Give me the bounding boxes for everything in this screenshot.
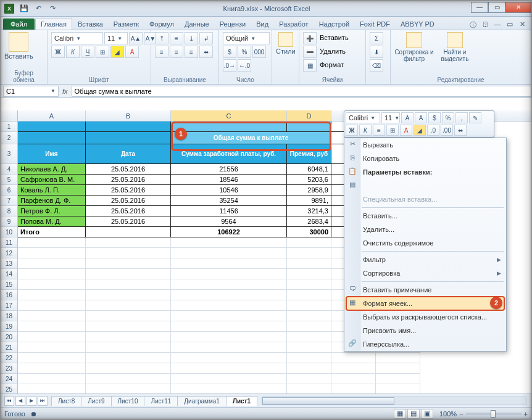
sheet-tab-active[interactable]: Лист1 bbox=[226, 396, 257, 406]
col-C[interactable]: C bbox=[171, 110, 287, 121]
cell-date[interactable]: 25.05.2016 bbox=[86, 175, 171, 185]
mini-format-painter-icon[interactable]: ✎ bbox=[469, 112, 481, 123]
sort-filter-button[interactable]: Сортировка и фильтр bbox=[394, 32, 434, 62]
cell-name[interactable]: Коваль Л. П. bbox=[18, 185, 86, 196]
doc-restore-icon[interactable]: ▭ bbox=[505, 20, 514, 30]
sheet-last-icon[interactable]: ⏭ bbox=[38, 396, 48, 406]
cell-salary[interactable]: 21556 bbox=[171, 164, 287, 175]
wrap-text-icon[interactable]: ↲ bbox=[199, 32, 213, 44]
mini-comma-icon[interactable]: , bbox=[455, 112, 468, 123]
row-head[interactable]: 8 bbox=[1, 206, 18, 216]
tab-addins[interactable]: Надстрой bbox=[314, 19, 354, 30]
zoom-value[interactable]: 100% bbox=[439, 410, 457, 418]
redo-icon[interactable]: ↷ bbox=[46, 2, 59, 15]
format-cells-icon[interactable]: ▦ bbox=[303, 59, 317, 72]
doc-close-icon[interactable]: ✕ bbox=[518, 20, 526, 30]
col-D[interactable]: D bbox=[287, 110, 331, 121]
ctx-cut[interactable]: ✂Вырезать bbox=[344, 138, 506, 152]
row-head[interactable]: 12 bbox=[1, 248, 18, 258]
row-head[interactable]: 4 bbox=[1, 164, 18, 175]
hdr-name[interactable]: Имя bbox=[18, 144, 86, 164]
fill-icon[interactable]: ⬇ bbox=[370, 46, 383, 58]
sheet-tab[interactable]: Лист8 bbox=[51, 396, 81, 406]
view-layout-icon[interactable]: ▤ bbox=[407, 409, 420, 419]
cell-name[interactable]: Николаев А. Д. bbox=[18, 164, 86, 175]
mini-shrink-font-icon[interactable]: A bbox=[415, 112, 427, 123]
tab-developer[interactable]: Разработ bbox=[274, 19, 313, 30]
border-button[interactable]: ⊞ bbox=[96, 46, 109, 58]
underline-button[interactable]: Ч bbox=[81, 46, 94, 58]
row-head[interactable]: 22 bbox=[1, 353, 18, 363]
row-head[interactable]: 1 bbox=[1, 121, 18, 132]
sheet-prev-icon[interactable]: ◀ bbox=[15, 396, 25, 406]
merge-button[interactable]: ⬌ bbox=[199, 46, 213, 58]
grow-font-icon[interactable]: A▲ bbox=[129, 32, 143, 44]
ctx-delete[interactable]: Удалить... bbox=[344, 223, 506, 236]
mini-font-size[interactable]: 11▼ bbox=[381, 112, 400, 123]
mini-dec-decimal-icon[interactable]: .0 bbox=[427, 125, 439, 136]
total-salary[interactable]: 106922 bbox=[171, 227, 287, 237]
cell-bonus[interactable]: 5203,6 bbox=[287, 175, 331, 185]
italic-button[interactable]: К bbox=[66, 46, 80, 58]
row-head[interactable]: 7 bbox=[1, 196, 18, 206]
row-head[interactable]: 23 bbox=[1, 363, 18, 374]
hdr-date[interactable]: Дата bbox=[86, 144, 171, 164]
bold-button[interactable]: Ж bbox=[51, 46, 65, 58]
view-normal-icon[interactable]: ▦ bbox=[394, 409, 406, 419]
ctx-name[interactable]: Присвоить имя... bbox=[344, 324, 506, 337]
insert-cells-icon[interactable]: ➕ bbox=[303, 32, 317, 44]
row-head[interactable]: 10 bbox=[1, 227, 18, 237]
tab-foxit[interactable]: Foxit PDF bbox=[355, 19, 395, 30]
decrease-decimal-icon[interactable]: ←.0 bbox=[238, 59, 251, 72]
cell-name[interactable]: Попова М. Д. bbox=[18, 216, 86, 227]
total-label[interactable]: Итого bbox=[18, 227, 86, 237]
ctx-sort[interactable]: Сортировка▶ bbox=[344, 266, 506, 280]
mini-bold-button[interactable]: Ж bbox=[346, 125, 358, 136]
delete-cells-icon[interactable]: ➖ bbox=[303, 46, 317, 58]
doc-minimize-icon[interactable]: — bbox=[493, 20, 502, 30]
row-head[interactable]: 17 bbox=[1, 300, 18, 311]
cell-bonus[interactable]: 9891, bbox=[287, 196, 331, 206]
number-format-select[interactable]: Общий▼ bbox=[223, 32, 270, 44]
cell-date[interactable]: 25.05.2016 bbox=[86, 185, 171, 196]
comma-icon[interactable]: 000 bbox=[252, 46, 266, 58]
format-label[interactable]: Формат bbox=[318, 59, 346, 72]
cell-salary[interactable]: 35254 bbox=[171, 196, 287, 206]
cell-bonus[interactable]: 2958,9 bbox=[287, 185, 331, 196]
cell-salary[interactable]: 9564 bbox=[171, 216, 287, 227]
align-bottom-icon[interactable]: ⤓ bbox=[185, 32, 198, 44]
total-bonus[interactable]: 30000 bbox=[287, 227, 331, 237]
row-head[interactable]: 18 bbox=[1, 311, 18, 321]
formula-input[interactable]: Общая сумма к выплате bbox=[72, 86, 531, 97]
delete-label[interactable]: Удалить bbox=[318, 46, 347, 58]
align-top-icon[interactable]: ⤒ bbox=[155, 32, 168, 44]
paste-button[interactable]: Вставить bbox=[4, 32, 33, 60]
zoom-thumb[interactable] bbox=[491, 410, 496, 418]
font-name-select[interactable]: Calibri▼ bbox=[51, 32, 103, 44]
cell-date[interactable]: 25.05.2016 bbox=[86, 164, 171, 175]
currency-icon[interactable]: $ bbox=[223, 46, 236, 58]
mini-font-name[interactable]: Calibri▼ bbox=[346, 112, 380, 123]
row-head[interactable]: 5 bbox=[1, 175, 18, 185]
ctx-hyperlink[interactable]: 🔗Гиперссылка... bbox=[344, 337, 506, 351]
align-left-icon[interactable]: ≡ bbox=[155, 46, 168, 58]
row-head[interactable]: 15 bbox=[1, 279, 18, 290]
cell-salary[interactable]: 10546 bbox=[171, 185, 287, 196]
cell-bonus[interactable]: 6048,1 bbox=[287, 164, 331, 175]
percent-icon[interactable]: % bbox=[238, 46, 251, 58]
select-all-corner[interactable] bbox=[1, 110, 18, 121]
insert-label[interactable]: Вставить bbox=[318, 32, 351, 44]
mini-inc-decimal-icon[interactable]: .00 bbox=[441, 125, 453, 136]
styles-button[interactable]: Стили bbox=[276, 32, 296, 55]
cell-date[interactable]: 25.05.2016 bbox=[86, 216, 171, 227]
ctx-clear[interactable]: Очистить содержимое bbox=[344, 236, 506, 250]
sheet-tab[interactable]: Лист11 bbox=[144, 396, 178, 406]
row-head[interactable]: 9 bbox=[1, 216, 18, 227]
tab-formulas[interactable]: Формул bbox=[144, 19, 179, 30]
sheet-next-icon[interactable]: ▶ bbox=[27, 396, 36, 406]
ctx-copy[interactable]: ⎘Копировать bbox=[344, 152, 506, 165]
cell-bonus[interactable]: 3214,3 bbox=[287, 206, 331, 216]
row-head[interactable]: 16 bbox=[1, 290, 18, 300]
minimize-ribbon-icon[interactable]: ⓘ bbox=[468, 20, 477, 30]
file-tab[interactable]: Файл bbox=[3, 19, 35, 30]
